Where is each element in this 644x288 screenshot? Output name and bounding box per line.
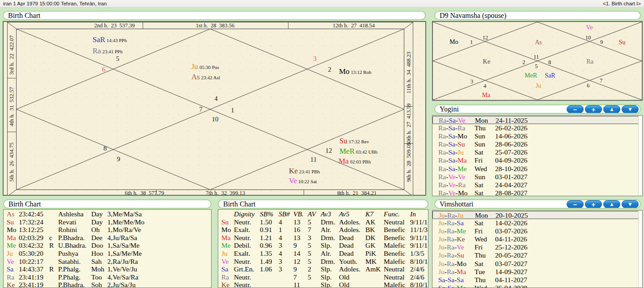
dasha-start-date: 24-04-2027	[495, 181, 527, 189]
dasha-row[interactable]: Ra-Sa-RaThu26-02-2026	[432, 124, 639, 132]
vimshottari-panel: Ju-Ra-JuMon20-10-2025Ju-Ra-SaSat14-02-20…	[432, 210, 643, 288]
position-cell: 05:30:20	[19, 249, 43, 257]
dasha-row[interactable]: Ju-Ra-VeFri25-12-2026	[432, 243, 639, 251]
planet-label: Ra	[586, 58, 593, 65]
dasha-weekday: Sat	[475, 189, 483, 196]
dasha-weekday: Wed	[475, 235, 487, 243]
vimshottari-up-button[interactable]: ▲	[603, 200, 620, 208]
birth-chart-panel-title: Birth Chart	[8, 12, 40, 19]
vimshottari-down-button[interactable]: ▼	[622, 200, 639, 208]
yogini-expand-button[interactable]: +	[585, 105, 602, 113]
dasha-row[interactable]: Ra-Sa-MoSun14-06-2026	[432, 132, 639, 140]
plus-icon: +	[592, 201, 596, 207]
dignity-cell: 5	[308, 249, 311, 257]
planet-code: Su	[7, 218, 14, 226]
planet-code: Ma	[482, 92, 491, 99]
dasha-lord: Sa	[448, 156, 455, 164]
vimshottari-scrollbar[interactable]	[638, 211, 642, 287]
dignity-cell: Alr.	[321, 226, 331, 233]
planet-code: Sa	[221, 265, 229, 273]
position-cell: c	[49, 234, 52, 241]
dasha-lord: Ra	[438, 156, 446, 164]
house-number: 3	[313, 56, 317, 62]
planet-label: Su 17:32 Rev	[339, 137, 369, 145]
dignity-cell: PiK	[365, 249, 376, 257]
yogini-up-button[interactable]: ▲	[603, 105, 620, 113]
planet-code: MeR	[525, 72, 537, 79]
minus-icon: −	[573, 106, 577, 112]
dignity-cell: 2/4/6	[410, 265, 424, 273]
dasha-row[interactable]: Ju-Ra-SuThu20-05-2027	[432, 251, 639, 259]
dasha-lord: Ju	[438, 260, 445, 267]
position-cell: 4,Ju/Ra/Sa	[107, 234, 137, 241]
dasha-row[interactable]: Ra-Sa-MeWed28-10-2026	[432, 165, 639, 173]
dasha-row[interactable]: Ju-Ra-MaTue14-09-2027	[432, 268, 639, 276]
column-header: AV	[308, 210, 316, 218]
planet-detail: 13:12 Roh	[350, 69, 372, 75]
planet-code: Ju	[191, 62, 198, 71]
planet-code: Ve	[221, 258, 229, 265]
dignity-cell: Drm.	[321, 258, 335, 265]
dasha-row[interactable]: Ju-Ra-KeWed04-11-2026	[432, 235, 639, 243]
house-number: 2	[328, 66, 331, 73]
dasha-weekday: Thu	[475, 124, 486, 132]
dasha-row[interactable]: Ju-Ra-JuMon20-10-2025	[432, 211, 639, 219]
planet-label: SaR	[545, 72, 555, 79]
dasha-weekday: Sat	[475, 181, 483, 189]
dignity-cell: 8/10/1	[410, 281, 428, 288]
strip-divider	[404, 106, 413, 107]
dasha-lord: Su	[457, 251, 464, 259]
dasha-row[interactable]: Ra-Ve-RaSat24-04-2027	[432, 181, 639, 189]
strip-divider	[304, 190, 304, 196]
dasha-lord: Ra	[447, 268, 454, 275]
dasha-lord: Me	[458, 165, 467, 172]
position-cell: P.Bhadra.	[58, 234, 85, 241]
dasha-row[interactable]: Ra-Sa-VeMon24-11-2025	[432, 116, 639, 124]
dasha-row[interactable]: Ra-Ve-MoSat28-08-2027	[432, 189, 639, 196]
dasha-lords: Ra-Sa-Ra	[438, 124, 465, 132]
position-cell: 1,Me/Me/Mo	[107, 218, 144, 226]
dasha-row[interactable]: Ju-Ra-MeFri03-07-2026	[432, 227, 639, 235]
yogini-scrollbar[interactable]	[638, 116, 642, 195]
dignity-cell: 4	[279, 234, 282, 241]
dasha-row[interactable]: Sa-Sa-MeWed26-04-2028	[432, 284, 639, 288]
dasha-start-date: 03-07-2027	[495, 260, 527, 268]
dasha-lords: Ju-Ra-Sa	[438, 219, 464, 227]
dasha-row[interactable]: Ju-Ra-SaSat14-02-2026	[432, 219, 639, 227]
yogini-down-button[interactable]: ▼	[622, 105, 639, 113]
dasha-lord: Ve	[458, 173, 465, 181]
dasha-lord: Ke	[457, 235, 465, 243]
dasha-weekday: Wed	[475, 165, 487, 173]
dasha-row[interactable]: Ra-Sa-MaFri04-09-2026	[432, 156, 639, 164]
house-number: 8	[548, 60, 551, 65]
dignity-cell: 5	[308, 273, 311, 281]
position-cell: P.Phalg.	[58, 265, 80, 273]
yogini-contract-button[interactable]: −	[567, 105, 584, 113]
dignity-cell: 12	[293, 258, 301, 265]
dasha-row[interactable]: Ju-Ra-MoSat03-07-2027	[432, 260, 639, 268]
vimshottari-expand-button[interactable]: +	[585, 200, 602, 208]
dignity-cell: 13	[293, 218, 301, 226]
column-header: Av5	[339, 210, 349, 218]
position-cell: 23:42:45	[19, 210, 43, 218]
dasha-row[interactable]: Ra-Ve-VeSun03-01-2027	[432, 173, 639, 181]
dasha-row[interactable]: Ra-Sa-SuSun28-06-2026	[432, 140, 639, 148]
dasha-start-date: 28-06-2026	[495, 140, 527, 148]
position-cell: 1,Sa/Me/Me	[107, 249, 142, 257]
planet-code: Me	[221, 241, 231, 249]
house-number: 11	[534, 54, 539, 60]
dignity-cell: 1.06	[260, 265, 272, 273]
position-cell: Sah	[91, 258, 102, 265]
dasha-row[interactable]: Ra-Sa-JuSat25-07-2026	[432, 148, 639, 156]
dignity-panel-title: Birth Chart	[223, 200, 255, 208]
dignity-cell: DK	[365, 234, 375, 241]
dasha-row[interactable]: Sa-Sa-SaThu04-11-2027	[432, 276, 639, 284]
dasha-lord: Ra	[447, 227, 454, 235]
planet-code: Ju	[536, 82, 541, 89]
position-cell: Satabhi.	[58, 258, 80, 265]
position-cell: Hoo	[91, 249, 103, 257]
dasha-lord: Sa	[448, 140, 455, 148]
house-number: 9	[117, 156, 120, 163]
vimshottari-contract-button[interactable]: −	[567, 200, 584, 208]
dignity-cell: Exalt.	[234, 226, 250, 233]
